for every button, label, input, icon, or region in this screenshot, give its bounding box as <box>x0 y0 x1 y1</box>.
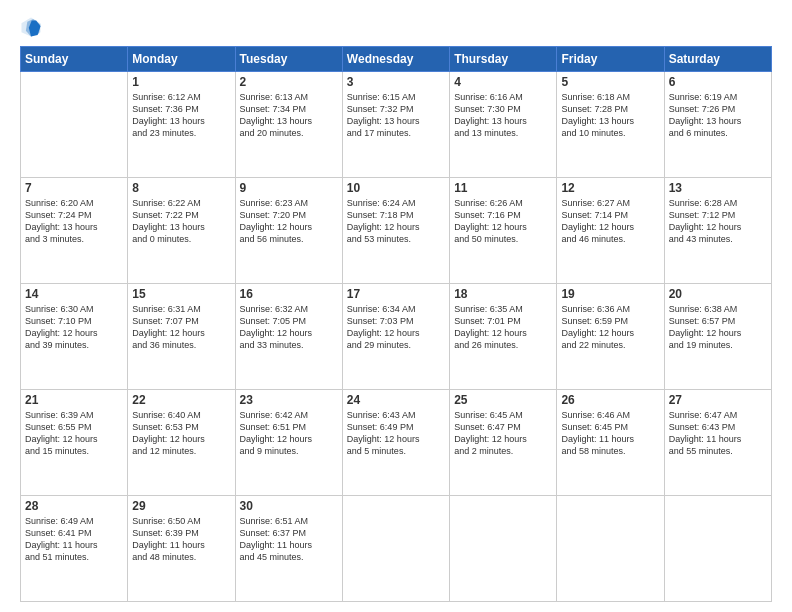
day-info: Sunrise: 6:19 AM Sunset: 7:26 PM Dayligh… <box>669 91 767 140</box>
day-info: Sunrise: 6:50 AM Sunset: 6:39 PM Dayligh… <box>132 515 230 564</box>
calendar-cell: 5Sunrise: 6:18 AM Sunset: 7:28 PM Daylig… <box>557 72 664 178</box>
calendar-cell: 13Sunrise: 6:28 AM Sunset: 7:12 PM Dayli… <box>664 178 771 284</box>
day-number: 22 <box>132 393 230 407</box>
calendar-cell: 10Sunrise: 6:24 AM Sunset: 7:18 PM Dayli… <box>342 178 449 284</box>
day-number: 16 <box>240 287 338 301</box>
calendar-cell: 4Sunrise: 6:16 AM Sunset: 7:30 PM Daylig… <box>450 72 557 178</box>
calendar-cell: 25Sunrise: 6:45 AM Sunset: 6:47 PM Dayli… <box>450 390 557 496</box>
calendar-cell <box>664 496 771 602</box>
day-info: Sunrise: 6:45 AM Sunset: 6:47 PM Dayligh… <box>454 409 552 458</box>
calendar-table: SundayMondayTuesdayWednesdayThursdayFrid… <box>20 46 772 602</box>
day-number: 3 <box>347 75 445 89</box>
day-info: Sunrise: 6:49 AM Sunset: 6:41 PM Dayligh… <box>25 515 123 564</box>
calendar-cell <box>21 72 128 178</box>
calendar-cell: 6Sunrise: 6:19 AM Sunset: 7:26 PM Daylig… <box>664 72 771 178</box>
day-info: Sunrise: 6:51 AM Sunset: 6:37 PM Dayligh… <box>240 515 338 564</box>
calendar-cell: 22Sunrise: 6:40 AM Sunset: 6:53 PM Dayli… <box>128 390 235 496</box>
day-info: Sunrise: 6:30 AM Sunset: 7:10 PM Dayligh… <box>25 303 123 352</box>
calendar-cell: 7Sunrise: 6:20 AM Sunset: 7:24 PM Daylig… <box>21 178 128 284</box>
calendar-week-row: 14Sunrise: 6:30 AM Sunset: 7:10 PM Dayli… <box>21 284 772 390</box>
day-number: 9 <box>240 181 338 195</box>
day-number: 24 <box>347 393 445 407</box>
calendar-cell: 21Sunrise: 6:39 AM Sunset: 6:55 PM Dayli… <box>21 390 128 496</box>
day-number: 18 <box>454 287 552 301</box>
day-info: Sunrise: 6:35 AM Sunset: 7:01 PM Dayligh… <box>454 303 552 352</box>
day-info: Sunrise: 6:16 AM Sunset: 7:30 PM Dayligh… <box>454 91 552 140</box>
day-number: 28 <box>25 499 123 513</box>
calendar-cell: 3Sunrise: 6:15 AM Sunset: 7:32 PM Daylig… <box>342 72 449 178</box>
day-number: 26 <box>561 393 659 407</box>
day-header-monday: Monday <box>128 47 235 72</box>
calendar-cell: 9Sunrise: 6:23 AM Sunset: 7:20 PM Daylig… <box>235 178 342 284</box>
day-number: 25 <box>454 393 552 407</box>
day-number: 5 <box>561 75 659 89</box>
calendar-cell: 18Sunrise: 6:35 AM Sunset: 7:01 PM Dayli… <box>450 284 557 390</box>
calendar-cell: 8Sunrise: 6:22 AM Sunset: 7:22 PM Daylig… <box>128 178 235 284</box>
calendar-cell <box>342 496 449 602</box>
header <box>20 16 772 38</box>
day-info: Sunrise: 6:31 AM Sunset: 7:07 PM Dayligh… <box>132 303 230 352</box>
day-number: 27 <box>669 393 767 407</box>
day-info: Sunrise: 6:39 AM Sunset: 6:55 PM Dayligh… <box>25 409 123 458</box>
calendar-week-row: 1Sunrise: 6:12 AM Sunset: 7:36 PM Daylig… <box>21 72 772 178</box>
calendar-cell: 15Sunrise: 6:31 AM Sunset: 7:07 PM Dayli… <box>128 284 235 390</box>
day-info: Sunrise: 6:46 AM Sunset: 6:45 PM Dayligh… <box>561 409 659 458</box>
day-info: Sunrise: 6:24 AM Sunset: 7:18 PM Dayligh… <box>347 197 445 246</box>
day-number: 8 <box>132 181 230 195</box>
day-info: Sunrise: 6:36 AM Sunset: 6:59 PM Dayligh… <box>561 303 659 352</box>
calendar-week-row: 28Sunrise: 6:49 AM Sunset: 6:41 PM Dayli… <box>21 496 772 602</box>
day-number: 1 <box>132 75 230 89</box>
day-info: Sunrise: 6:20 AM Sunset: 7:24 PM Dayligh… <box>25 197 123 246</box>
page: SundayMondayTuesdayWednesdayThursdayFrid… <box>0 0 792 612</box>
day-header-friday: Friday <box>557 47 664 72</box>
day-number: 23 <box>240 393 338 407</box>
day-info: Sunrise: 6:12 AM Sunset: 7:36 PM Dayligh… <box>132 91 230 140</box>
day-info: Sunrise: 6:23 AM Sunset: 7:20 PM Dayligh… <box>240 197 338 246</box>
calendar-cell: 24Sunrise: 6:43 AM Sunset: 6:49 PM Dayli… <box>342 390 449 496</box>
day-number: 30 <box>240 499 338 513</box>
calendar-cell: 26Sunrise: 6:46 AM Sunset: 6:45 PM Dayli… <box>557 390 664 496</box>
day-number: 11 <box>454 181 552 195</box>
day-info: Sunrise: 6:28 AM Sunset: 7:12 PM Dayligh… <box>669 197 767 246</box>
calendar-cell: 11Sunrise: 6:26 AM Sunset: 7:16 PM Dayli… <box>450 178 557 284</box>
day-number: 10 <box>347 181 445 195</box>
day-info: Sunrise: 6:26 AM Sunset: 7:16 PM Dayligh… <box>454 197 552 246</box>
day-number: 19 <box>561 287 659 301</box>
day-info: Sunrise: 6:38 AM Sunset: 6:57 PM Dayligh… <box>669 303 767 352</box>
day-info: Sunrise: 6:13 AM Sunset: 7:34 PM Dayligh… <box>240 91 338 140</box>
day-info: Sunrise: 6:15 AM Sunset: 7:32 PM Dayligh… <box>347 91 445 140</box>
calendar-cell: 17Sunrise: 6:34 AM Sunset: 7:03 PM Dayli… <box>342 284 449 390</box>
calendar-cell: 23Sunrise: 6:42 AM Sunset: 6:51 PM Dayli… <box>235 390 342 496</box>
calendar-week-row: 7Sunrise: 6:20 AM Sunset: 7:24 PM Daylig… <box>21 178 772 284</box>
day-number: 17 <box>347 287 445 301</box>
calendar-header-row: SundayMondayTuesdayWednesdayThursdayFrid… <box>21 47 772 72</box>
calendar-cell: 27Sunrise: 6:47 AM Sunset: 6:43 PM Dayli… <box>664 390 771 496</box>
day-header-wednesday: Wednesday <box>342 47 449 72</box>
calendar-cell: 16Sunrise: 6:32 AM Sunset: 7:05 PM Dayli… <box>235 284 342 390</box>
calendar-cell: 20Sunrise: 6:38 AM Sunset: 6:57 PM Dayli… <box>664 284 771 390</box>
calendar-cell: 12Sunrise: 6:27 AM Sunset: 7:14 PM Dayli… <box>557 178 664 284</box>
day-number: 7 <box>25 181 123 195</box>
calendar-cell: 28Sunrise: 6:49 AM Sunset: 6:41 PM Dayli… <box>21 496 128 602</box>
day-info: Sunrise: 6:40 AM Sunset: 6:53 PM Dayligh… <box>132 409 230 458</box>
day-number: 15 <box>132 287 230 301</box>
day-info: Sunrise: 6:18 AM Sunset: 7:28 PM Dayligh… <box>561 91 659 140</box>
day-info: Sunrise: 6:43 AM Sunset: 6:49 PM Dayligh… <box>347 409 445 458</box>
calendar-cell <box>450 496 557 602</box>
day-number: 4 <box>454 75 552 89</box>
day-info: Sunrise: 6:47 AM Sunset: 6:43 PM Dayligh… <box>669 409 767 458</box>
day-number: 14 <box>25 287 123 301</box>
logo-icon <box>20 16 42 38</box>
calendar-week-row: 21Sunrise: 6:39 AM Sunset: 6:55 PM Dayli… <box>21 390 772 496</box>
day-number: 6 <box>669 75 767 89</box>
day-header-saturday: Saturday <box>664 47 771 72</box>
day-info: Sunrise: 6:42 AM Sunset: 6:51 PM Dayligh… <box>240 409 338 458</box>
day-info: Sunrise: 6:34 AM Sunset: 7:03 PM Dayligh… <box>347 303 445 352</box>
logo <box>20 16 46 38</box>
calendar-cell: 14Sunrise: 6:30 AM Sunset: 7:10 PM Dayli… <box>21 284 128 390</box>
day-number: 2 <box>240 75 338 89</box>
day-number: 13 <box>669 181 767 195</box>
calendar-cell: 19Sunrise: 6:36 AM Sunset: 6:59 PM Dayli… <box>557 284 664 390</box>
calendar-cell: 1Sunrise: 6:12 AM Sunset: 7:36 PM Daylig… <box>128 72 235 178</box>
day-header-thursday: Thursday <box>450 47 557 72</box>
